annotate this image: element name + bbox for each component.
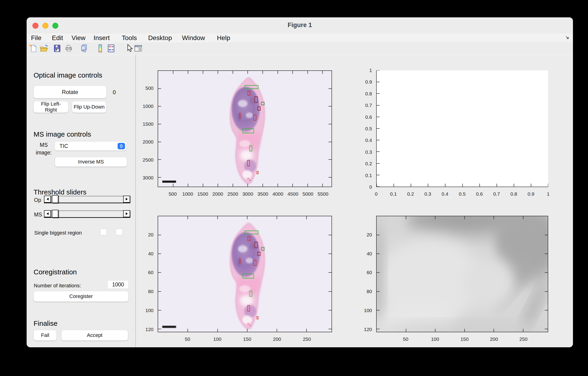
menu-desktop[interactable]: Desktop — [148, 34, 172, 42]
slider-decrement-button[interactable] — [44, 196, 51, 203]
coregistration-heading: Coregistration — [33, 268, 77, 276]
open-file-icon[interactable] — [39, 44, 49, 53]
menu-file[interactable]: File — [31, 34, 42, 42]
flip-up-down-button[interactable]: Flip Up-Down — [72, 101, 106, 113]
slider-thumb[interactable] — [52, 195, 58, 203]
optical-plot-y-axis: 50010001500200025003000 — [139, 70, 155, 187]
optical-controls-heading: Optical image controls — [33, 71, 102, 79]
ms-image-label-line2: image: — [36, 150, 52, 156]
flip-left-right-button[interactable]: Flip Left-Right — [33, 101, 68, 113]
downsampled-optical-plot: 20406080100120 50100150200250 — [158, 216, 332, 332]
ms-controls-heading: MS image controls — [33, 130, 91, 138]
threshold-sliders-heading: Threshold sliders — [33, 188, 86, 196]
ms-plot-x-axis: 50100150200250 — [376, 334, 548, 344]
save-icon[interactable] — [52, 44, 62, 53]
slider-increment-button[interactable] — [123, 210, 130, 217]
ms-image-label: MS image: — [35, 141, 53, 157]
op-slider-label: Op — [34, 197, 41, 203]
left-arrow-icon — [47, 212, 49, 215]
empty-axes-plot: 10.90.80.70.60.50.40.30.20.10 00.10.20.3… — [376, 70, 548, 187]
property-editor-icon[interactable] — [134, 44, 143, 53]
edit-plot-cursor-icon[interactable] — [124, 44, 134, 53]
window-title: Figure 1 — [27, 21, 573, 29]
rotate-angle-value: 0 — [113, 89, 116, 96]
fail-button[interactable]: Fail — [33, 330, 57, 341]
optical-image-plot: 50010001500200025003000 5001000150020002… — [158, 70, 332, 187]
optical-image-canvas — [158, 70, 332, 187]
ms-threshold-slider[interactable] — [44, 210, 130, 218]
slider-decrement-button[interactable] — [44, 210, 51, 217]
menu-window[interactable]: Window — [182, 34, 205, 42]
right-arrow-icon — [126, 198, 128, 200]
downsampled-optical-canvas — [158, 216, 332, 332]
inverse-ms-button[interactable]: Inverse MS — [55, 157, 127, 167]
new-figure-icon[interactable] — [29, 44, 38, 53]
ms-image-dropdown[interactable]: TIC — [55, 142, 126, 150]
left-arrow-icon — [47, 198, 49, 200]
empty-axes-canvas — [376, 70, 548, 187]
title-bar[interactable]: Figure 1 — [27, 17, 573, 34]
finalise-heading: Finalise — [33, 320, 57, 327]
menu-view[interactable]: View — [72, 34, 85, 42]
menu-insert[interactable]: Insert — [94, 34, 110, 42]
menu-help[interactable]: Help — [217, 34, 230, 42]
empty-plot-y-axis: 10.90.80.70.60.50.40.30.20.10 — [358, 70, 374, 187]
menu-bar: File Edit View Insert Tools Desktop Wind… — [27, 34, 573, 42]
print-icon[interactable] — [64, 44, 74, 53]
dropdown-stepper-icon — [118, 143, 125, 149]
iterations-input[interactable]: 1000 — [108, 280, 128, 289]
menu-tools[interactable]: Tools — [122, 34, 137, 42]
ms-image-label-line1: MS — [40, 142, 48, 148]
downsampled-plot-y-axis: 20406080100120 — [139, 216, 155, 332]
accept-button[interactable]: Accept — [61, 330, 128, 341]
colorbar-icon[interactable] — [96, 44, 105, 53]
menu-edit[interactable]: Edit — [52, 34, 63, 42]
op-threshold-slider[interactable] — [44, 196, 130, 203]
ms-slider-label: MS — [34, 212, 42, 218]
dock-figure-icon[interactable] — [565, 35, 570, 41]
optical-plot-x-axis: 5001000150020002500300035004000450050005… — [158, 189, 332, 199]
single-biggest-ms-checkbox[interactable] — [116, 229, 123, 235]
slider-increment-button[interactable] — [123, 196, 130, 203]
ms-image-plot: 20406080100120 50100150200250 — [376, 216, 548, 332]
figure-window: Figure 1 File Edit View Insert Tools Des… — [27, 17, 573, 347]
empty-plot-x-axis: 00.10.20.30.40.50.60.70.80.91 — [376, 189, 548, 199]
rotate-button[interactable]: Rotate — [33, 86, 106, 98]
downsampled-plot-x-axis: 50100150200250 — [158, 334, 332, 344]
right-arrow-icon — [126, 212, 128, 215]
coregister-button[interactable]: Coregister — [33, 291, 128, 302]
link-plot-icon[interactable] — [79, 44, 89, 53]
ms-image-dropdown-value: TIC — [60, 143, 118, 149]
legend-icon[interactable] — [106, 44, 116, 53]
single-biggest-op-checkbox[interactable] — [100, 229, 107, 235]
slider-thumb[interactable] — [52, 210, 58, 218]
figure-toolbar — [27, 42, 573, 55]
ms-image-canvas — [376, 216, 548, 332]
panel-divider — [136, 55, 136, 347]
iterations-label: Number of iterations: — [34, 283, 81, 289]
ms-plot-y-axis: 20406080100120 — [358, 216, 374, 332]
single-biggest-region-label: Single biggest region — [34, 230, 82, 236]
